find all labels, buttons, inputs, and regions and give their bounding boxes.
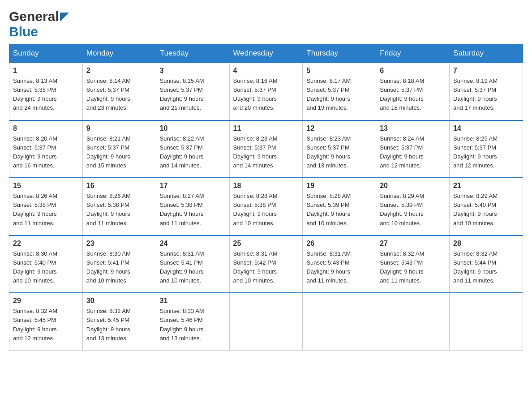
day-number: 5	[306, 67, 372, 75]
calendar-cell: 18 Sunrise: 8:28 AM Sunset: 5:38 PM Dayl…	[229, 178, 303, 235]
calendar-cell: 11 Sunrise: 8:23 AM Sunset: 5:37 PM Dayl…	[229, 120, 303, 178]
logo: General Blue	[9, 9, 70, 39]
logo-blue-text: Blue	[9, 24, 38, 39]
calendar-cell: 28 Sunrise: 8:32 AM Sunset: 5:44 PM Dayl…	[450, 235, 523, 293]
day-number: 16	[86, 182, 152, 190]
calendar-cell: 25 Sunrise: 8:31 AM Sunset: 5:42 PM Dayl…	[229, 235, 303, 293]
day-info: Sunrise: 8:27 AM Sunset: 5:38 PM Dayligh…	[160, 192, 226, 228]
calendar-table: SundayMondayTuesdayWednesdayThursdayFrid…	[9, 44, 523, 351]
calendar-cell: 9 Sunrise: 8:21 AM Sunset: 5:37 PM Dayli…	[82, 120, 156, 178]
day-info: Sunrise: 8:19 AM Sunset: 5:37 PM Dayligh…	[453, 77, 519, 113]
calendar-cell: 27 Sunrise: 8:32 AM Sunset: 5:43 PM Dayl…	[376, 235, 450, 293]
day-number: 13	[380, 124, 446, 133]
day-info: Sunrise: 8:31 AM Sunset: 5:42 PM Dayligh…	[233, 249, 299, 286]
day-number: 15	[13, 182, 79, 190]
logo-triangle-icon	[60, 13, 70, 22]
day-number: 11	[233, 124, 299, 133]
day-number: 21	[453, 182, 519, 190]
day-info: Sunrise: 8:26 AM Sunset: 5:38 PM Dayligh…	[13, 192, 79, 228]
day-number: 6	[380, 67, 446, 75]
logo-general-text: General	[9, 9, 59, 24]
calendar-cell: 13 Sunrise: 8:24 AM Sunset: 5:37 PM Dayl…	[376, 120, 450, 178]
calendar-cell	[229, 293, 303, 350]
day-info: Sunrise: 8:22 AM Sunset: 5:37 PM Dayligh…	[160, 134, 226, 171]
calendar-cell: 15 Sunrise: 8:26 AM Sunset: 5:38 PM Dayl…	[9, 178, 83, 235]
week-row-2: 8 Sunrise: 8:20 AM Sunset: 5:37 PM Dayli…	[9, 120, 523, 178]
calendar-cell: 30 Sunrise: 8:32 AM Sunset: 5:45 PM Dayl…	[82, 293, 156, 350]
svg-marker-0	[60, 13, 69, 21]
calendar-cell: 17 Sunrise: 8:27 AM Sunset: 5:38 PM Dayl…	[156, 178, 229, 235]
calendar-cell: 26 Sunrise: 8:31 AM Sunset: 5:43 PM Dayl…	[303, 235, 376, 293]
day-info: Sunrise: 8:29 AM Sunset: 5:39 PM Dayligh…	[380, 192, 446, 228]
day-number: 14	[453, 124, 519, 133]
day-info: Sunrise: 8:16 AM Sunset: 5:37 PM Dayligh…	[233, 77, 299, 113]
day-info: Sunrise: 8:32 AM Sunset: 5:43 PM Dayligh…	[380, 249, 446, 286]
calendar-cell: 10 Sunrise: 8:22 AM Sunset: 5:37 PM Dayl…	[156, 120, 229, 178]
day-number: 27	[380, 240, 446, 248]
day-info: Sunrise: 8:25 AM Sunset: 5:37 PM Dayligh…	[453, 134, 519, 171]
day-info: Sunrise: 8:26 AM Sunset: 5:38 PM Dayligh…	[86, 192, 152, 228]
week-row-3: 15 Sunrise: 8:26 AM Sunset: 5:38 PM Dayl…	[9, 178, 523, 235]
days-header-row: SundayMondayTuesdayWednesdayThursdayFrid…	[9, 44, 523, 63]
day-info: Sunrise: 8:32 AM Sunset: 5:45 PM Dayligh…	[86, 307, 152, 343]
day-number: 22	[13, 240, 79, 248]
day-number: 12	[306, 124, 372, 133]
calendar-cell: 7 Sunrise: 8:19 AM Sunset: 5:37 PM Dayli…	[450, 63, 523, 120]
day-number: 8	[13, 124, 79, 133]
day-number: 25	[233, 240, 299, 248]
calendar-cell: 3 Sunrise: 8:15 AM Sunset: 5:37 PM Dayli…	[156, 63, 229, 120]
day-info: Sunrise: 8:23 AM Sunset: 5:37 PM Dayligh…	[306, 134, 372, 171]
calendar-cell: 4 Sunrise: 8:16 AM Sunset: 5:37 PM Dayli…	[229, 63, 303, 120]
day-number: 31	[160, 297, 226, 305]
calendar-cell: 2 Sunrise: 8:14 AM Sunset: 5:37 PM Dayli…	[82, 63, 156, 120]
day-number: 1	[13, 67, 79, 75]
day-info: Sunrise: 8:14 AM Sunset: 5:37 PM Dayligh…	[86, 77, 152, 113]
day-header-sunday: Sunday	[9, 44, 83, 63]
day-number: 24	[160, 240, 226, 248]
calendar-cell: 5 Sunrise: 8:17 AM Sunset: 5:37 PM Dayli…	[303, 63, 376, 120]
calendar-cell: 21 Sunrise: 8:29 AM Sunset: 5:40 PM Dayl…	[450, 178, 523, 235]
day-header-saturday: Saturday	[450, 44, 523, 63]
day-number: 17	[160, 182, 226, 190]
calendar-cell: 20 Sunrise: 8:29 AM Sunset: 5:39 PM Dayl…	[376, 178, 450, 235]
day-info: Sunrise: 8:17 AM Sunset: 5:37 PM Dayligh…	[306, 77, 372, 113]
day-info: Sunrise: 8:31 AM Sunset: 5:43 PM Dayligh…	[306, 249, 372, 286]
day-info: Sunrise: 8:13 AM Sunset: 5:38 PM Dayligh…	[13, 77, 79, 113]
day-info: Sunrise: 8:30 AM Sunset: 5:41 PM Dayligh…	[86, 249, 152, 286]
day-number: 23	[86, 240, 152, 248]
day-number: 19	[306, 182, 372, 190]
calendar-cell: 31 Sunrise: 8:33 AM Sunset: 5:46 PM Dayl…	[156, 293, 229, 350]
day-header-monday: Monday	[82, 44, 156, 63]
day-info: Sunrise: 8:28 AM Sunset: 5:39 PM Dayligh…	[306, 192, 372, 228]
day-info: Sunrise: 8:32 AM Sunset: 5:44 PM Dayligh…	[453, 249, 519, 286]
calendar-cell	[450, 293, 523, 350]
week-row-4: 22 Sunrise: 8:30 AM Sunset: 5:40 PM Dayl…	[9, 235, 523, 293]
day-info: Sunrise: 8:31 AM Sunset: 5:41 PM Dayligh…	[160, 249, 226, 286]
day-info: Sunrise: 8:33 AM Sunset: 5:46 PM Dayligh…	[160, 307, 226, 343]
day-number: 18	[233, 182, 299, 190]
page-header: General Blue	[9, 9, 523, 39]
calendar-cell: 23 Sunrise: 8:30 AM Sunset: 5:41 PM Dayl…	[82, 235, 156, 293]
calendar-cell	[376, 293, 450, 350]
day-info: Sunrise: 8:24 AM Sunset: 5:37 PM Dayligh…	[380, 134, 446, 171]
calendar-cell: 29 Sunrise: 8:32 AM Sunset: 5:45 PM Dayl…	[9, 293, 83, 350]
day-number: 26	[306, 240, 372, 248]
day-header-tuesday: Tuesday	[156, 44, 229, 63]
week-row-1: 1 Sunrise: 8:13 AM Sunset: 5:38 PM Dayli…	[9, 63, 523, 120]
calendar-cell: 14 Sunrise: 8:25 AM Sunset: 5:37 PM Dayl…	[450, 120, 523, 178]
day-info: Sunrise: 8:32 AM Sunset: 5:45 PM Dayligh…	[13, 307, 79, 343]
calendar-cell: 22 Sunrise: 8:30 AM Sunset: 5:40 PM Dayl…	[9, 235, 83, 293]
calendar-cell: 8 Sunrise: 8:20 AM Sunset: 5:37 PM Dayli…	[9, 120, 83, 178]
day-number: 10	[160, 124, 226, 133]
calendar-cell: 1 Sunrise: 8:13 AM Sunset: 5:38 PM Dayli…	[9, 63, 83, 120]
day-number: 4	[233, 67, 299, 75]
calendar-cell	[303, 293, 376, 350]
day-info: Sunrise: 8:18 AM Sunset: 5:37 PM Dayligh…	[380, 77, 446, 113]
day-info: Sunrise: 8:28 AM Sunset: 5:38 PM Dayligh…	[233, 192, 299, 228]
day-number: 29	[13, 297, 79, 305]
calendar-cell: 12 Sunrise: 8:23 AM Sunset: 5:37 PM Dayl…	[303, 120, 376, 178]
day-number: 9	[86, 124, 152, 133]
day-info: Sunrise: 8:29 AM Sunset: 5:40 PM Dayligh…	[453, 192, 519, 228]
calendar-cell: 19 Sunrise: 8:28 AM Sunset: 5:39 PM Dayl…	[303, 178, 376, 235]
day-header-wednesday: Wednesday	[229, 44, 303, 63]
